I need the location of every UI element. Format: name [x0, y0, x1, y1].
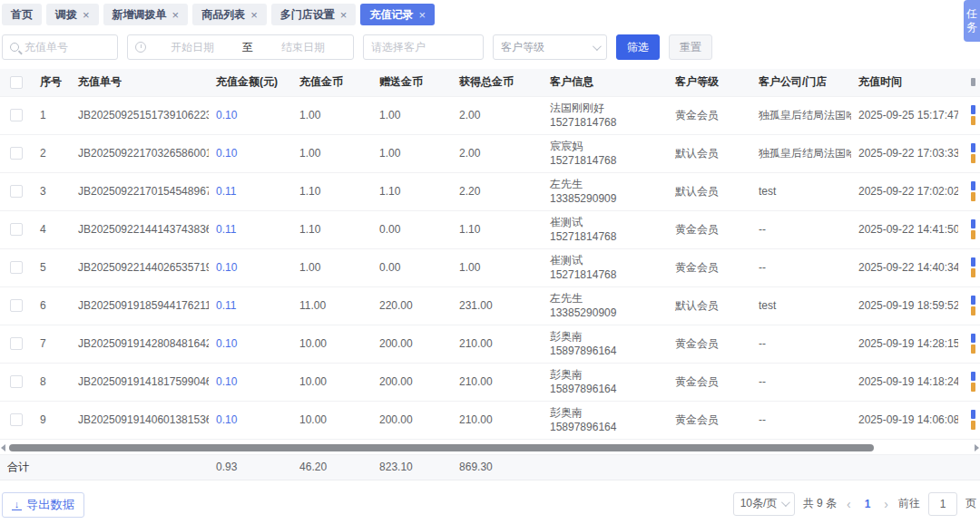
prev-page-icon[interactable]: ‹	[845, 497, 853, 511]
tab-close-icon[interactable]: ×	[250, 8, 258, 22]
clipped-link-fragment[interactable]	[971, 143, 975, 152]
cell-amount-link[interactable]: 0.10	[209, 248, 292, 286]
cell-actions-clipped[interactable]	[958, 172, 980, 210]
row-checkbox[interactable]	[10, 147, 23, 160]
cell-actions-clipped[interactable]	[958, 96, 980, 134]
column-header-9: 充值时间	[851, 69, 958, 96]
task-side-tab[interactable]: 任 务	[964, 0, 980, 42]
cell-time: 2025-09-22 14:41:50	[851, 210, 958, 248]
tab-close-icon[interactable]: ×	[418, 8, 426, 22]
row-checkbox[interactable]	[10, 109, 23, 121]
cell-total: 2.20	[452, 172, 543, 210]
cell-actions-clipped[interactable]	[958, 401, 980, 439]
tab-2[interactable]: 新增调拨单×	[103, 4, 189, 25]
table-body: 1JB2025092515173910622397190.101.001.002…	[0, 96, 980, 439]
clipped-link-fragment[interactable]	[971, 105, 975, 114]
customer-phone: 15271814768	[550, 115, 668, 130]
cell-actions-clipped[interactable]	[958, 134, 980, 172]
order-no-search[interactable]	[2, 34, 118, 60]
cell-actions-clipped[interactable]	[958, 248, 980, 286]
scrollbar-thumb[interactable]	[9, 444, 874, 451]
cell-time: 2025-09-22 17:02:02	[851, 172, 958, 210]
clipped-link-fragment[interactable]	[971, 383, 975, 392]
clipped-link-fragment[interactable]	[971, 192, 975, 201]
row-checkbox[interactable]	[10, 375, 23, 388]
tab-4[interactable]: 多门店设置×	[271, 4, 357, 25]
cell-actions-clipped[interactable]	[958, 286, 980, 325]
clipped-link-fragment[interactable]	[971, 410, 975, 419]
tab-3[interactable]: 商品列表×	[192, 4, 267, 25]
clipped-link-fragment[interactable]	[971, 421, 975, 430]
row-checkbox[interactable]	[10, 261, 23, 274]
clipped-link-fragment[interactable]	[971, 268, 975, 277]
cell-amount-link[interactable]: 0.10	[209, 96, 292, 134]
order-no-input[interactable]	[24, 41, 110, 53]
scroll-right-arrow-icon[interactable]	[975, 444, 979, 451]
cell-amount-link[interactable]: 0.10	[209, 325, 292, 363]
clipped-link-fragment[interactable]	[971, 344, 975, 354]
tab-label: 调拨	[55, 7, 77, 23]
cell-actions-clipped[interactable]	[958, 363, 980, 401]
cell-actions-clipped[interactable]	[958, 210, 980, 248]
date-range-picker[interactable]: 开始日期 至 结束日期	[127, 34, 354, 60]
tab-1[interactable]: 调拨×	[46, 4, 99, 25]
cell-amount-link[interactable]: 0.11	[209, 172, 292, 210]
clipped-link-fragment[interactable]	[971, 230, 975, 239]
tab-5[interactable]: 充值记录×	[360, 4, 435, 25]
customer-select[interactable]	[363, 34, 484, 60]
clipped-link-fragment[interactable]	[971, 372, 975, 381]
row-checkbox[interactable]	[10, 413, 23, 426]
select-all-checkbox[interactable]	[10, 76, 23, 89]
current-page-number[interactable]: 1	[861, 498, 875, 510]
customer-level-select[interactable]: 客户等级	[493, 34, 607, 60]
row-checkbox-cell	[0, 325, 33, 363]
date-start-placeholder[interactable]: 开始日期	[150, 40, 235, 55]
clipped-link-fragment[interactable]	[971, 296, 975, 305]
clipped-link-fragment[interactable]	[971, 154, 975, 163]
row-checkbox[interactable]	[10, 223, 23, 236]
goto-page-input[interactable]	[928, 492, 957, 516]
cell-amount-link[interactable]: 0.10	[209, 134, 292, 172]
cell-coins: 1.10	[292, 210, 372, 248]
clipped-link-fragment[interactable]	[971, 257, 975, 267]
summary-coins: 46.20	[292, 454, 372, 480]
tab-close-icon[interactable]: ×	[83, 8, 90, 22]
cell-amount-link[interactable]: 0.11	[209, 286, 292, 325]
next-page-icon[interactable]: ›	[882, 497, 890, 511]
tab-0[interactable]: 首页	[2, 4, 42, 25]
clipped-link-fragment[interactable]	[971, 334, 975, 343]
row-checkbox[interactable]	[10, 337, 23, 350]
column-header-1: 充值单号	[71, 69, 209, 96]
customer-name: 彭奥南	[550, 367, 668, 382]
scroll-left-arrow-icon[interactable]	[1, 444, 5, 451]
row-checkbox[interactable]	[10, 299, 23, 312]
cell-actions-clipped[interactable]	[958, 325, 980, 363]
task-tab-char-2: 务	[966, 21, 977, 34]
cell-amount-link[interactable]: 0.11	[209, 210, 292, 248]
cell-bonus: 0.00	[372, 248, 452, 286]
cell-total: 2.00	[452, 134, 543, 172]
task-tab-char-1: 任	[966, 7, 977, 21]
filter-button[interactable]: 筛选	[616, 34, 660, 60]
horizontal-scrollbar[interactable]	[0, 442, 980, 454]
table-row: 5JB2025092214402653571902290.101.000.001…	[0, 248, 980, 286]
clipped-link-fragment[interactable]	[971, 116, 975, 125]
cell-customer-info: 左先生13385290909	[543, 286, 668, 325]
download-icon: ↓	[12, 500, 22, 510]
row-checkbox[interactable]	[10, 185, 23, 198]
page-size-select[interactable]: 10条/页	[733, 492, 795, 516]
clipped-link-fragment[interactable]	[971, 219, 975, 228]
reset-button[interactable]: 重置	[669, 34, 712, 60]
export-data-button[interactable]: ↓ 导出数据	[2, 492, 84, 518]
clipped-link-fragment[interactable]	[971, 306, 975, 315]
tab-close-icon[interactable]: ×	[340, 8, 348, 22]
clipped-link-fragment[interactable]	[971, 181, 975, 190]
summary-bonus: 823.10	[372, 454, 452, 480]
date-end-placeholder[interactable]: 结束日期	[260, 40, 346, 55]
cell-amount-link[interactable]: 0.10	[209, 401, 292, 439]
tab-close-icon[interactable]: ×	[172, 8, 180, 22]
customer-input[interactable]	[371, 41, 475, 53]
cell-amount-link[interactable]: 0.10	[209, 363, 292, 401]
cell-store: test	[751, 172, 851, 210]
column-header-5: 获得总金币	[452, 69, 543, 96]
